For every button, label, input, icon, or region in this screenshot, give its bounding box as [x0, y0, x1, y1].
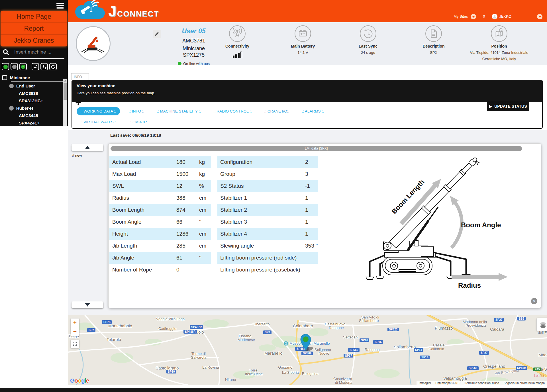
- layers-icon: [539, 321, 547, 328]
- filter-offline-button[interactable]: [11, 63, 18, 70]
- sidebar-menu-item[interactable]: Report: [1, 23, 67, 34]
- map-attribution-item[interactable]: Dati mappa ©2019: [433, 381, 463, 385]
- tree-machine-item[interactable]: SPX312HC+: [2, 97, 63, 104]
- scroll-widget-up-button[interactable]: [72, 144, 103, 151]
- lmi-label: Stabilizer 1: [217, 195, 305, 201]
- panel-tab[interactable]: .: CM 4.0 :.: [126, 118, 152, 126]
- zoom-out-button[interactable]: −: [71, 327, 79, 336]
- map[interactable]: Veggia-VillalungaMontebabbioCadiroggioSa…: [68, 315, 547, 385]
- tree-group-item[interactable]: Huber-H: [2, 105, 63, 112]
- tree-group-item[interactable]: End User: [2, 82, 63, 89]
- road-shield: SP7: [87, 328, 95, 332]
- lmi-label: Jib Length: [109, 243, 176, 249]
- lmi-label: Lifting boom pressure (caseback): [217, 267, 305, 273]
- panel-tab[interactable]: .: RADIO CONTROL :.: [210, 107, 256, 115]
- move-icon[interactable]: [75, 100, 81, 107]
- my-sites-dropdown-icon[interactable]: [471, 14, 476, 19]
- collapse-all-button[interactable]: [32, 63, 39, 70]
- tree-machine-item[interactable]: SPX424C+: [2, 119, 63, 126]
- map-layers-button[interactable]: [536, 318, 547, 331]
- tree-machine-item[interactable]: AMC3838: [2, 90, 63, 97]
- scrollbar-thumb[interactable]: [64, 83, 67, 100]
- edit-machine-button[interactable]: [153, 30, 161, 38]
- sidebar-menu-item[interactable]: Jekko Cranes: [1, 34, 67, 46]
- update-status-button[interactable]: ▶ UPDATE STATUS: [487, 101, 529, 111]
- panel-subtitle: Here you can see machine position on the…: [77, 91, 538, 95]
- lmi-table-row: Stabilizer 31: [217, 216, 318, 228]
- user-dropdown-icon[interactable]: [537, 14, 542, 19]
- lmi-value: 66: [176, 219, 199, 225]
- museum-poi-icon[interactable]: [284, 341, 288, 347]
- zoom-in-button[interactable]: +: [71, 318, 79, 327]
- notification-count: 0: [483, 14, 485, 19]
- panel-tab[interactable]: .: INFO :.: [125, 107, 148, 115]
- antenna-icon: [200, 25, 274, 43]
- machine-position-marker[interactable]: [300, 333, 313, 353]
- machine-photo[interactable]: [76, 26, 111, 61]
- lmi-table-row: Height1286cm: [109, 228, 211, 240]
- jconnect-app: J CONNECT My Sites 0 JEKKO Home PageRepo…: [0, 0, 547, 392]
- lmi-value: 1: [305, 219, 318, 225]
- lmi-table-row: Radius388cm: [109, 192, 211, 204]
- sidebar-menu-item[interactable]: Home Page: [1, 11, 67, 23]
- tree-item-label: AMC3445: [19, 113, 38, 118]
- signal-bars-icon: [200, 51, 274, 58]
- map-town-label: Crespellano: [483, 364, 505, 369]
- lmi-value: 1: [305, 231, 318, 237]
- lmi-value: 388: [176, 195, 199, 201]
- map-town-label: Colombaro: [293, 324, 313, 328]
- tree-machine-item[interactable]: AMC3445: [2, 112, 63, 119]
- lmi-unit: %: [199, 183, 211, 189]
- map-attribution-item[interactable]: Segnala un errore nella mappa: [501, 381, 547, 385]
- leaflet-attribution[interactable]: Leaflet: [534, 374, 544, 378]
- lmi-unit: kg: [199, 159, 211, 165]
- lmi-value: 0: [176, 267, 199, 273]
- expand-all-button[interactable]: [40, 63, 48, 70]
- user-menu[interactable]: JEKKO: [492, 14, 511, 19]
- stat-label: Last Sync: [331, 44, 405, 48]
- refresh-button[interactable]: [49, 63, 57, 70]
- map-attribution: ImmaginiDati mappa ©2019Termini e condiz…: [417, 381, 547, 385]
- crane-photo-icon: [79, 30, 107, 57]
- stat-label: Description: [397, 44, 471, 48]
- search-input[interactable]: [14, 49, 60, 55]
- panel-tabs-row2: .: VIRTUAL WALLS :..: CM 4.0 :.: [77, 118, 152, 126]
- lmi-table-row: Actual Load180kg: [109, 156, 211, 168]
- topbar-right: My Sites 0 JEKKO: [454, 0, 542, 22]
- close-widget-button[interactable]: ×: [531, 298, 537, 304]
- up-arrow-icon: [85, 146, 90, 149]
- lmi-table-row: Lifting boom pressure (rod side): [217, 252, 318, 264]
- map-attribution-item[interactable]: Immagini: [417, 381, 433, 385]
- crane-diagram: Boom Length Boom Angle Radius: [365, 156, 513, 296]
- stat-battery: Main Battery14.1 V: [266, 25, 340, 55]
- lmi-card-header[interactable]: LMI data [SPX]: [111, 146, 522, 151]
- map-attribution-item[interactable]: Termini e condizioni d'uso: [463, 381, 501, 385]
- tree-root[interactable]: - Minicrane: [2, 75, 63, 80]
- filter-error-button[interactable]: ×: [19, 63, 27, 70]
- road-shield: SP17: [344, 354, 353, 358]
- divider: [11, 81, 63, 82]
- stat-history: Last Sync24 s ago: [331, 25, 405, 55]
- panel-tab[interactable]: .: ALARMS :.: [298, 107, 327, 115]
- google-logo[interactable]: Google: [70, 377, 89, 384]
- my-sites-menu[interactable]: My Sites: [454, 14, 468, 19]
- panel-tab[interactable]: .: VIRTUAL WALLS :.: [77, 118, 121, 126]
- panel-tab[interactable]: .: MACHINE STABILITY :.: [153, 107, 205, 115]
- logo-letter: J: [108, 4, 117, 18]
- lmi-label: Configuration: [217, 159, 305, 165]
- fullscreen-button[interactable]: [71, 340, 79, 348]
- status-dot: [9, 84, 14, 88]
- lmi-label: Slewing angle: [217, 243, 305, 249]
- scroll-widget-down-button[interactable]: [72, 301, 103, 308]
- panel-tab[interactable]: .: WORKING DATA :.: [77, 107, 120, 115]
- menu-icon[interactable]: [56, 3, 64, 10]
- panel-tab[interactable]: .: CRANE I/O:.: [261, 107, 293, 115]
- filter-online-button[interactable]: [2, 63, 9, 70]
- sidebar-scrollbar[interactable]: [63, 79, 67, 126]
- scroll-up-icon[interactable]: [64, 79, 67, 83]
- road-shield: SP14: [414, 348, 423, 352]
- lmi-table-row: Configuration2: [217, 156, 318, 168]
- tab-info-page[interactable]: INFO: [71, 73, 89, 80]
- collapse-node-icon[interactable]: -: [2, 75, 7, 80]
- road-shield: SP3: [263, 330, 272, 334]
